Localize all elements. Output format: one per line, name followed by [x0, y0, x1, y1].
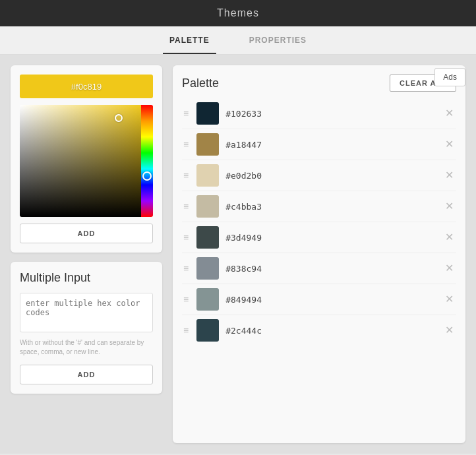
- multiple-input-title: Multiple Input: [20, 271, 153, 285]
- drag-handle-icon[interactable]: ≡: [182, 170, 190, 181]
- color-swatch: [196, 257, 219, 280]
- tabs-bar: PALETTE PROPERTIES: [0, 26, 476, 55]
- color-swatch: [196, 195, 219, 218]
- add-multiple-button[interactable]: ADD: [20, 365, 153, 384]
- color-picker-area[interactable]: [20, 105, 153, 217]
- color-swatch: [196, 319, 219, 342]
- picker-circle: [115, 114, 123, 122]
- remove-color-button[interactable]: ✕: [442, 170, 456, 181]
- drag-handle-icon[interactable]: ≡: [182, 139, 190, 150]
- tab-palette[interactable]: PALETTE: [163, 26, 216, 54]
- remove-color-button[interactable]: ✕: [442, 294, 456, 305]
- add-color-button[interactable]: ADD: [20, 224, 153, 243]
- title-bar: Themes: [0, 0, 476, 26]
- remove-color-button[interactable]: ✕: [442, 232, 456, 243]
- remove-color-button[interactable]: ✕: [442, 325, 456, 336]
- color-swatch: [196, 288, 219, 311]
- drag-handle-icon[interactable]: ≡: [182, 232, 190, 243]
- color-swatch: [196, 102, 219, 125]
- remove-color-button[interactable]: ✕: [442, 139, 456, 150]
- palette-item: ≡ #a18447 ✕: [182, 129, 456, 160]
- palette-item: ≡ #838c94 ✕: [182, 253, 456, 284]
- color-hex-value: #3d4949: [225, 233, 436, 243]
- palette-item: ≡ #c4bba3 ✕: [182, 191, 456, 222]
- color-picker-card: #f0c819 ADD: [11, 65, 162, 253]
- palette-item: ≡ #e0d2b0 ✕: [182, 160, 456, 191]
- palette-item: ≡ #102633 ✕: [182, 98, 456, 129]
- app-title: Themes: [217, 7, 259, 19]
- remove-color-button[interactable]: ✕: [442, 263, 456, 274]
- left-panel: #f0c819 ADD Multiple Input With or witho…: [11, 65, 162, 443]
- color-hex-value: #c4bba3: [225, 202, 436, 212]
- color-hex-value: #838c94: [225, 264, 436, 274]
- color-hex-value: #a18447: [225, 140, 436, 150]
- remove-color-button[interactable]: ✕: [442, 108, 456, 119]
- palette-item: ≡ #3d4949 ✕: [182, 222, 456, 253]
- drag-handle-icon[interactable]: ≡: [182, 294, 190, 305]
- color-hex-value: #849494: [225, 295, 436, 305]
- color-preview-bar: #f0c819: [20, 75, 153, 98]
- multiple-input-card: Multiple Input With or without the '#' a…: [11, 262, 162, 394]
- ads-button[interactable]: Ads: [434, 68, 465, 86]
- color-hex-value: #102633: [225, 109, 436, 119]
- spectrum-circle: [142, 171, 152, 181]
- color-swatch: [196, 133, 219, 156]
- drag-handle-icon[interactable]: ≡: [182, 201, 190, 212]
- right-panel: Palette CLEAR ALL ≡ #102633 ✕ ≡ #a18447 …: [173, 65, 465, 443]
- tab-properties[interactable]: PROPERTIES: [243, 26, 313, 54]
- color-hex-value: #2c444c: [225, 326, 436, 336]
- palette-title: Palette: [182, 76, 219, 90]
- palette-list: ≡ #102633 ✕ ≡ #a18447 ✕ ≡ #e0d2b0 ✕ ≡ #c…: [182, 98, 456, 434]
- palette-header: Palette CLEAR ALL: [182, 75, 456, 92]
- hex-codes-input[interactable]: [20, 293, 153, 332]
- color-swatch: [196, 226, 219, 249]
- remove-color-button[interactable]: ✕: [442, 201, 456, 212]
- palette-item: ≡ #2c444c ✕: [182, 315, 456, 346]
- drag-handle-icon[interactable]: ≡: [182, 108, 190, 119]
- color-hex-value: #e0d2b0: [225, 171, 436, 181]
- palette-item: ≡ #849494 ✕: [182, 284, 456, 315]
- helper-text: With or without the '#' and can separate…: [20, 338, 153, 357]
- drag-handle-icon[interactable]: ≡: [182, 263, 190, 274]
- main-content: #f0c819 ADD Multiple Input With or witho…: [0, 55, 476, 454]
- drag-handle-icon[interactable]: ≡: [182, 325, 190, 336]
- color-swatch: [196, 164, 219, 187]
